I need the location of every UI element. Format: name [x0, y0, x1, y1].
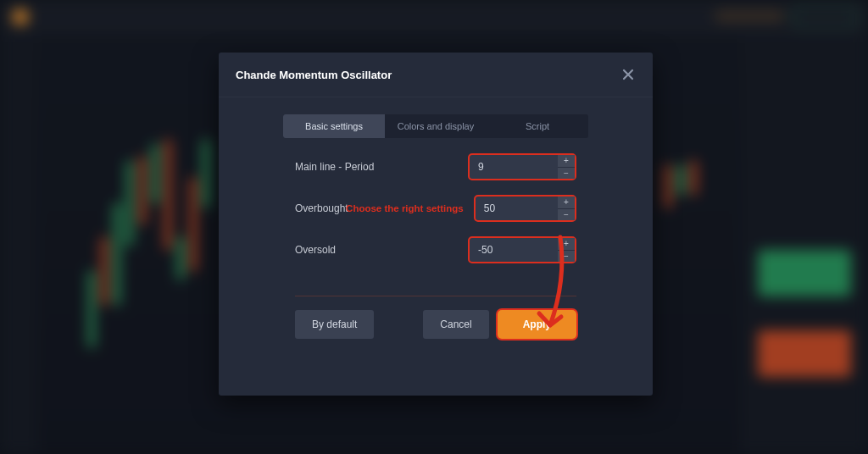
settings-body: Main line - Period 9 + − Overbought Choo… — [219, 138, 653, 270]
oversold-stepper[interactable]: -50 + − — [468, 236, 576, 263]
setting-row-period: Main line - Period 9 + − — [295, 153, 576, 180]
apply-button[interactable]: Apply — [498, 310, 576, 339]
plus-icon[interactable]: + — [558, 238, 575, 250]
overbought-value[interactable]: 50 — [476, 197, 558, 220]
overbought-stepper[interactable]: 50 + − — [474, 195, 576, 222]
modal-title: Chande Momentum Oscillator — [236, 69, 392, 81]
tab-script[interactable]: Script — [487, 114, 588, 138]
plus-icon[interactable]: + — [558, 155, 575, 167]
plus-icon[interactable]: + — [558, 197, 575, 208]
label-oversold: Oversold — [295, 244, 388, 256]
close-icon[interactable] — [620, 67, 636, 82]
cancel-button[interactable]: Cancel — [423, 310, 488, 339]
settings-tabs: Basic settings Colors and display Script — [283, 114, 588, 138]
oversold-value[interactable]: -50 — [470, 238, 558, 262]
label-period: Main line - Period — [295, 161, 388, 173]
tab-basic-settings[interactable]: Basic settings — [283, 114, 385, 138]
label-overbought: Overbought — [295, 202, 353, 214]
setting-row-oversold: Oversold -50 + − — [295, 236, 576, 263]
period-stepper[interactable]: 9 + − — [468, 153, 576, 180]
divider — [295, 296, 576, 296]
minus-icon[interactable]: − — [558, 250, 575, 263]
minus-icon[interactable]: − — [558, 208, 575, 221]
period-value[interactable]: 9 — [470, 155, 558, 179]
tab-colors-display[interactable]: Colors and display — [385, 114, 487, 138]
modal-footer: By default Cancel Apply — [295, 310, 576, 339]
modal-header: Chande Momentum Oscillator — [219, 53, 653, 97]
indicator-settings-modal: Chande Momentum Oscillator Basic setting… — [219, 53, 653, 396]
annotation-text: Choose the right settings — [346, 203, 464, 213]
setting-row-overbought: Overbought Choose the right settings 50 … — [295, 195, 576, 222]
minus-icon[interactable]: − — [558, 167, 575, 180]
by-default-button[interactable]: By default — [295, 310, 374, 339]
